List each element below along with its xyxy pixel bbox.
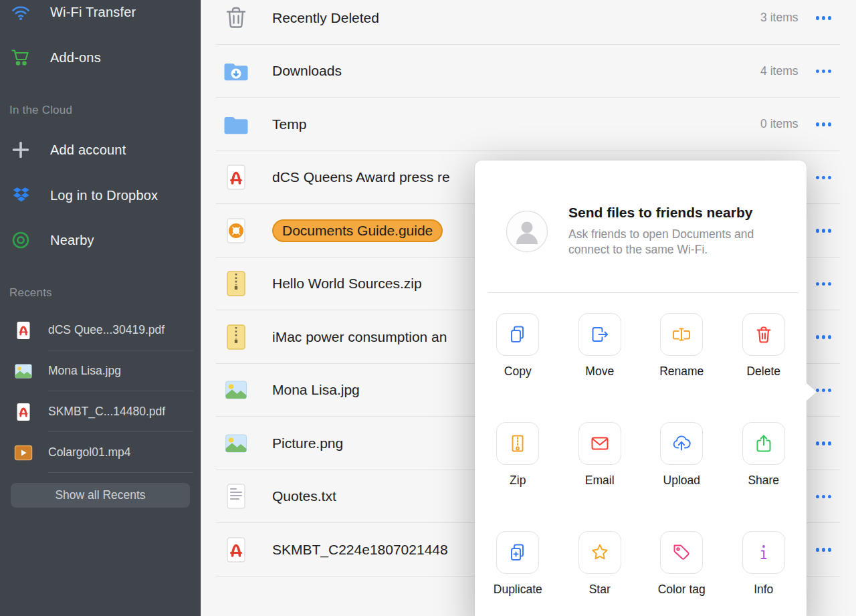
item-count: 3 items: [745, 11, 798, 25]
nearby-share-header: Send files to friends nearby Ask friends…: [475, 161, 807, 292]
action-label: Upload: [663, 474, 700, 488]
recent-item[interactable]: Colargol01.mp4: [0, 432, 200, 473]
zip-file-icon: [221, 269, 251, 298]
file-row[interactable]: Recently Deleted 3 items: [201, 0, 856, 45]
action-label: Info: [754, 583, 773, 597]
more-options-button[interactable]: [813, 171, 835, 185]
item-count: 4 items: [745, 64, 798, 78]
sidebar: Wi-Fi Transfer Add-ons In the Cloud Add …: [0, 0, 201, 616]
item-count: 0 items: [745, 117, 798, 131]
pdf-file-icon: [221, 163, 251, 192]
sidebar-item-label: Wi-Fi Transfer: [50, 5, 136, 20]
person-avatar: [506, 210, 548, 253]
file-name: SKMBT_C224e1807021448: [272, 542, 448, 558]
file-name: Quotes.txt: [272, 488, 336, 504]
more-options-button[interactable]: [813, 542, 835, 557]
file-name: Picture.png: [272, 435, 343, 451]
sidebar-item-label: Log in to Dropbox: [50, 188, 158, 203]
more-options-button[interactable]: [813, 117, 835, 132]
action-email[interactable]: Email: [559, 422, 641, 488]
file-name: Documents Guide.guide: [272, 219, 443, 242]
cart-icon: [11, 47, 37, 68]
recent-file-name: dCS Quee...30419.pdf: [48, 323, 165, 337]
action-label: Zip: [510, 474, 526, 488]
action-info[interactable]: Info: [723, 531, 805, 597]
sidebar-item-nearby[interactable]: Nearby: [0, 224, 200, 256]
sidebar-item-label: Add-ons: [50, 50, 101, 66]
folder-icon: [221, 110, 251, 139]
more-options-button[interactable]: [813, 490, 835, 504]
pdf-file-icon: [221, 535, 251, 564]
search-highlight: Documents Guide.guide: [272, 219, 443, 242]
delete-icon: [742, 313, 785, 356]
recent-item[interactable]: SKMBT_C...14480.pdf: [0, 391, 200, 432]
more-options-button[interactable]: [813, 436, 835, 451]
action-delete[interactable]: Delete: [723, 313, 805, 379]
action-label: Move: [585, 365, 614, 379]
action-rename[interactable]: Rename: [641, 313, 723, 379]
recent-item[interactable]: dCS Quee...30419.pdf: [0, 310, 200, 350]
section-header-recents: Recents: [9, 286, 52, 300]
file-row[interactable]: Downloads 4 items: [201, 45, 856, 98]
folder-download-icon: [221, 56, 251, 86]
action-grid: Copy Move Rena: [475, 293, 807, 597]
show-all-recents-button[interactable]: Show all Recents: [11, 483, 190, 508]
sidebar-item-label: Add account: [50, 142, 126, 158]
action-label: Share: [748, 474, 779, 488]
more-options-button[interactable]: [813, 223, 835, 238]
section-header-in-the-cloud: In the Cloud: [9, 104, 72, 117]
plus-icon: [11, 140, 37, 160]
action-move[interactable]: Move: [559, 313, 641, 379]
trash-icon: [221, 3, 251, 33]
dropbox-icon: [11, 185, 37, 205]
action-copy[interactable]: Copy: [477, 313, 559, 379]
image-file-icon: [221, 429, 251, 458]
sidebar-item-add-account[interactable]: Add account: [0, 134, 200, 166]
zip-icon: [496, 422, 539, 465]
action-color-tag[interactable]: Color tag: [641, 531, 723, 597]
action-label: Rename: [659, 365, 704, 379]
action-label: Color tag: [658, 583, 706, 597]
video-file-icon: [13, 443, 33, 463]
action-upload[interactable]: Upload: [641, 422, 723, 488]
color-tag-icon: [660, 531, 703, 574]
image-file-icon: [221, 375, 251, 405]
sidebar-item-wifi-transfer[interactable]: Wi-Fi Transfer: [0, 0, 200, 28]
sidebar-item-dropbox[interactable]: Log in to Dropbox: [0, 179, 200, 211]
guide-file-icon: [221, 216, 251, 245]
email-icon: [578, 422, 621, 465]
file-name: Downloads: [272, 63, 342, 79]
sidebar-item-add-ons[interactable]: Add-ons: [0, 41, 200, 74]
zip-file-icon: [221, 322, 251, 352]
file-name: dCS Queens Award press re: [272, 169, 450, 185]
more-options-button[interactable]: [813, 64, 835, 79]
recent-file-name: SKMBT_C...14480.pdf: [48, 405, 165, 419]
recent-file-name: Colargol01.mp4: [48, 445, 131, 459]
file-row[interactable]: Temp 0 items: [201, 98, 856, 151]
info-icon: [742, 531, 785, 574]
image-file-icon: [13, 361, 33, 381]
action-share[interactable]: Share: [723, 422, 805, 488]
file-name: Mona Lisa.jpg: [272, 382, 360, 398]
action-label: Star: [589, 583, 611, 597]
file-name: Hello World Sources.zip: [272, 276, 422, 292]
more-options-button[interactable]: [813, 330, 835, 344]
action-label: Duplicate: [494, 583, 542, 597]
move-icon: [578, 313, 621, 356]
nearby-icon: [11, 230, 37, 250]
recent-file-name: Mona Lisa.jpg: [48, 364, 121, 378]
more-options-button[interactable]: [813, 277, 835, 292]
text-file-icon: [221, 482, 251, 511]
action-label: Delete: [746, 365, 780, 379]
more-options-button[interactable]: [813, 11, 835, 25]
file-name: iMac power consumption an: [272, 329, 447, 345]
recent-item[interactable]: Mona Lisa.jpg: [0, 350, 200, 391]
rename-icon: [660, 313, 703, 356]
action-zip[interactable]: Zip: [477, 422, 559, 488]
action-label: Email: [585, 474, 615, 488]
action-duplicate[interactable]: Duplicate: [477, 531, 559, 597]
pdf-file-icon: [13, 320, 33, 340]
action-label: Copy: [504, 365, 532, 379]
action-star[interactable]: Star: [559, 531, 641, 597]
share-icon: [742, 422, 785, 465]
